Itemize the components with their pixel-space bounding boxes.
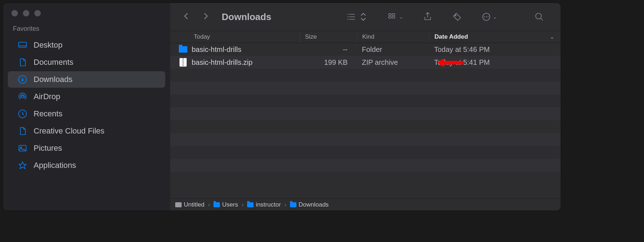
path-segment[interactable]: Downloads (290, 201, 329, 208)
svg-rect-9 (392, 16, 395, 18)
empty-row (170, 120, 561, 133)
column-headers: Today Size Kind Date Added ⌄ (170, 31, 561, 43)
zoom-window-button[interactable] (34, 10, 41, 16)
column-header-kind[interactable]: Kind (357, 31, 429, 43)
sidebar-item-label: Desktop (34, 40, 63, 50)
sidebar-item-label: Pictures (34, 144, 62, 153)
path-separator: › (241, 201, 245, 208)
search-button[interactable] (531, 10, 548, 23)
svg-rect-6 (389, 14, 391, 15)
sidebar-item-airdrop[interactable]: AirDrop (8, 88, 165, 105)
sidebar-item-label: AirDrop (34, 92, 60, 101)
sidebar: Favorites DesktopDocumentsDownloadsAirDr… (3, 3, 170, 210)
path-segment[interactable]: instructor (247, 201, 281, 208)
file-date: Today at 5:46 PM (429, 45, 561, 54)
path-segment-label: instructor (256, 201, 281, 208)
zip-file-icon (179, 58, 187, 67)
file-row[interactable]: basic-html-drills--FolderToday at 5:46 P… (170, 43, 561, 56)
document-icon (18, 58, 27, 67)
window-title: Downloads (222, 11, 271, 23)
empty-row (170, 82, 561, 95)
sidebar-item-label: Creative Cloud Files (34, 126, 104, 136)
app-icon (18, 161, 27, 170)
download-icon (18, 75, 27, 84)
path-separator: › (207, 201, 211, 208)
sidebar-item-label: Downloads (34, 75, 73, 84)
sidebar-item-label: Documents (34, 58, 73, 67)
column-header-date[interactable]: Date Added ⌄ (429, 31, 561, 43)
column-header-name[interactable]: Today (170, 33, 300, 40)
main-pane: Downloads ⌄ ⌄ (170, 3, 561, 210)
path-bar: Untitled›Users›instructor›Downloads (170, 198, 561, 210)
empty-row (170, 107, 561, 120)
file-date: Today at 5:41 PM (429, 58, 561, 67)
file-size: -- (300, 45, 357, 54)
svg-point-2 (21, 96, 24, 98)
toolbar: Downloads ⌄ ⌄ (170, 3, 561, 31)
empty-row (170, 95, 561, 107)
chevron-down-icon: ⌄ (550, 34, 554, 40)
disk-icon (175, 202, 182, 207)
sidebar-section-label: Favorites (3, 25, 170, 36)
empty-row (170, 172, 561, 185)
folder-icon (213, 202, 220, 207)
folder-icon (290, 202, 296, 207)
close-window-button[interactable] (11, 10, 18, 16)
sidebar-item-pictures[interactable]: Pictures (8, 140, 165, 156)
sidebar-item-label: Applications (34, 161, 76, 170)
finder-window: Favorites DesktopDocumentsDownloadsAirDr… (3, 3, 561, 210)
file-kind: ZIP archive (357, 58, 429, 67)
file-size: 199 KB (300, 58, 357, 67)
path-segment-label: Users (222, 201, 238, 208)
file-name: basic-html-drills.zip (192, 58, 252, 67)
sidebar-item-applications[interactable]: Applications (8, 157, 165, 174)
svg-point-10 (455, 15, 456, 16)
file-row[interactable]: basic-html-drills.zip199 KBZIP archiveTo… (170, 56, 561, 69)
empty-row (170, 69, 561, 82)
airdrop-icon (18, 92, 27, 101)
back-button[interactable] (180, 10, 192, 24)
folder-icon (179, 45, 187, 54)
window-controls (3, 8, 170, 25)
svg-point-13 (486, 16, 487, 18)
sidebar-item-recents[interactable]: Recents (8, 106, 165, 122)
file-name: basic-html-drills (192, 45, 241, 54)
path-segment-label: Untitled (184, 201, 205, 208)
path-separator: › (284, 201, 287, 208)
sidebar-item-desktop[interactable]: Desktop (8, 37, 165, 53)
column-header-size[interactable]: Size (300, 31, 357, 43)
sidebar-item-label: Recents (34, 109, 63, 118)
clock-icon (18, 109, 27, 118)
path-segment-label: Downloads (299, 201, 329, 208)
chevron-down-icon: ⌄ (399, 14, 403, 20)
file-kind: Folder (357, 45, 429, 54)
sidebar-item-downloads[interactable]: Downloads (8, 71, 165, 88)
group-by-button[interactable]: ⌄ (384, 10, 407, 23)
desktop-icon (18, 40, 27, 50)
empty-row (170, 133, 561, 146)
share-button[interactable] (419, 10, 436, 23)
sidebar-item-documents[interactable]: Documents (8, 54, 165, 71)
sidebar-item-creative-cloud-files[interactable]: Creative Cloud Files (8, 123, 165, 139)
minimize-window-button[interactable] (23, 10, 29, 16)
path-segment[interactable]: Untitled (175, 201, 205, 208)
svg-point-15 (536, 13, 541, 19)
folder-icon (247, 202, 254, 207)
svg-point-14 (488, 16, 489, 18)
picture-icon (18, 144, 27, 153)
empty-row (170, 146, 561, 159)
path-segment[interactable]: Users (213, 201, 238, 208)
empty-row (170, 159, 561, 172)
document-icon (18, 126, 27, 136)
forward-button[interactable] (200, 10, 212, 24)
svg-rect-7 (389, 16, 391, 18)
file-list: basic-html-drills--FolderToday at 5:46 P… (170, 43, 561, 198)
chevron-down-icon: ⌄ (493, 14, 497, 20)
action-menu-button[interactable]: ⌄ (478, 10, 501, 23)
tags-button[interactable] (448, 10, 466, 23)
svg-rect-8 (392, 14, 395, 15)
view-list-button[interactable] (343, 10, 372, 23)
svg-rect-0 (19, 42, 26, 47)
svg-point-12 (484, 16, 485, 18)
